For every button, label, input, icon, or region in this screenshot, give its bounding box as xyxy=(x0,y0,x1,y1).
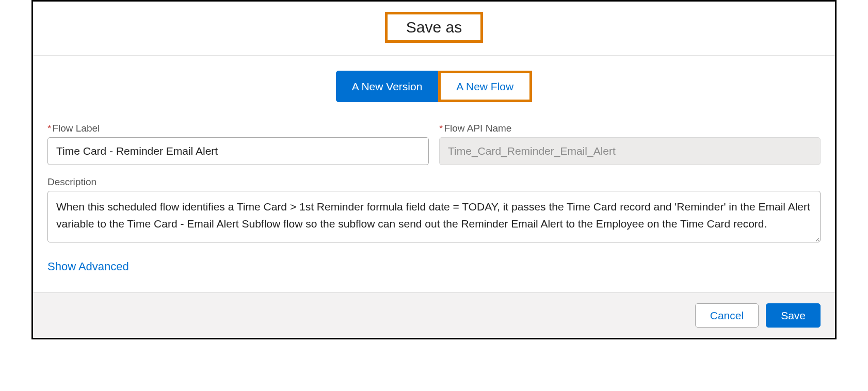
flow-api-name-input[interactable] xyxy=(439,137,821,165)
flow-label-label: *Flow Label xyxy=(47,123,429,134)
title-highlight-box: Save as xyxy=(385,12,483,43)
dialog-title: Save as xyxy=(406,19,462,36)
save-type-toggle: A New Version A New Flow xyxy=(47,71,821,102)
flow-api-name-label: *Flow API Name xyxy=(439,123,821,134)
save-button[interactable]: Save xyxy=(766,303,821,328)
flow-label-text: Flow Label xyxy=(52,123,100,134)
save-as-dialog: Save as A New Version A New Flow *Flow L… xyxy=(31,0,837,339)
dialog-body: A New Version A New Flow *Flow Label *Fl… xyxy=(33,56,835,292)
new-flow-toggle[interactable]: A New Flow xyxy=(441,73,529,100)
description-label: Description xyxy=(47,176,821,188)
new-flow-highlight-box: A New Flow xyxy=(438,71,532,102)
dialog-footer: Cancel Save xyxy=(33,292,835,338)
cancel-button[interactable]: Cancel xyxy=(695,303,759,328)
label-apiname-row: *Flow Label *Flow API Name xyxy=(47,123,821,165)
show-advanced-link[interactable]: Show Advanced xyxy=(47,260,129,273)
description-field: Description xyxy=(47,176,821,245)
flow-api-name-field: *Flow API Name xyxy=(439,123,821,165)
new-version-toggle[interactable]: A New Version xyxy=(336,71,439,102)
required-asterisk-icon: * xyxy=(439,123,443,134)
required-asterisk-icon: * xyxy=(47,123,51,134)
description-input[interactable] xyxy=(47,191,821,242)
flow-label-field: *Flow Label xyxy=(47,123,429,165)
flow-label-input[interactable] xyxy=(47,137,429,165)
flow-api-name-text: Flow API Name xyxy=(444,123,511,134)
dialog-header: Save as xyxy=(33,2,835,55)
